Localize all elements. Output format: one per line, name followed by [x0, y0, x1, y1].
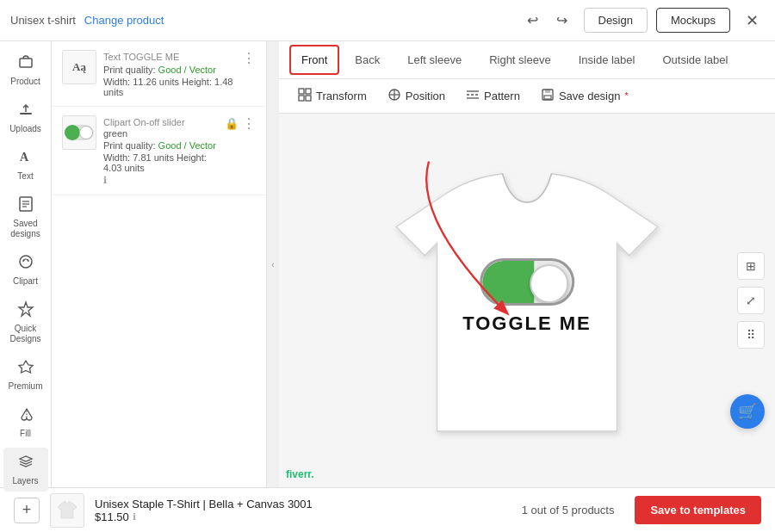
sidebar-item-label-layers: Layers [12, 476, 38, 486]
tool-pattern-button[interactable]: Pattern [457, 84, 529, 108]
layer-quality-1: Print quality: Good / Vector [103, 140, 218, 151]
layer-type-1: Clipart On-off slider [103, 117, 185, 127]
view-tab-inside-label[interactable]: Inside label [567, 45, 648, 75]
svg-rect-14 [306, 96, 311, 101]
add-button[interactable]: + [14, 498, 40, 523]
sidebar-item-label-product: Product [10, 77, 40, 87]
sidebar-item-clipart[interactable]: Clipart [3, 248, 48, 292]
view-tab-back[interactable]: Back [343, 45, 392, 75]
sidebar-item-label-premium: Premium [8, 381, 42, 392]
svg-rect-12 [306, 89, 311, 94]
change-product-link[interactable]: Change product [84, 14, 164, 27]
fullscreen-button[interactable]: ⤢ [737, 287, 765, 314]
product-icon [17, 53, 34, 75]
brand-label[interactable]: Unisex t-shirt [10, 14, 76, 27]
layer-dims-1: Width: 7.81 units Height: 4.03 units [103, 152, 218, 173]
svg-text:A: A [20, 151, 29, 164]
sidebar-item-fill[interactable]: Fill [3, 400, 48, 444]
layer-type-0: Text TOGGLE ME [103, 52, 179, 62]
sidebar-item-premium[interactable]: Premium [3, 353, 48, 397]
layer-thumb-1 [62, 115, 96, 150]
price-info-icon[interactable]: ℹ [133, 511, 136, 523]
canvas-right-icons: ⊞ ⤢ ⠿ [737, 252, 765, 349]
sidebar-item-saved-designs[interactable]: Saved designs [3, 190, 48, 244]
more-options-icon[interactable]: ⋮ [242, 115, 256, 132]
view-tab-right-sleeve[interactable]: Right sleeve [477, 45, 563, 75]
lock-icon[interactable]: 🔒 [225, 117, 239, 130]
layers-panel: AąText TOGGLE MEPrint quality: Good / Ve… [52, 41, 267, 487]
svg-rect-23 [544, 96, 551, 99]
layer-info-1: Clipart On-off slidergreenPrint quality:… [103, 115, 218, 186]
sidebar-item-text[interactable]: AText [3, 143, 48, 187]
svg-rect-1 [20, 113, 32, 114]
mockups-tab-button[interactable]: Mockups [656, 8, 730, 33]
grid-view-button[interactable]: ⊞ [737, 252, 765, 280]
sidebar-item-quick-designs[interactable]: Quick Designs [3, 295, 48, 350]
dots-grid-button[interactable]: ⠿ [737, 321, 765, 349]
sidebar-item-layers[interactable]: Layers [3, 448, 48, 492]
svg-point-7 [20, 256, 32, 268]
product-thumbnail [50, 493, 84, 528]
close-button[interactable]: ✕ [739, 8, 765, 34]
tool-save-design-button[interactable]: Save design* [532, 84, 636, 108]
redo-button[interactable]: ↪ [549, 8, 575, 34]
text-icon: A [17, 148, 34, 170]
layer-action-icons-1: 🔒⋮ [225, 115, 256, 132]
layers-icon [17, 453, 34, 474]
canvas-area: FrontBackLeft sleeveRight sleeveInside l… [279, 41, 775, 487]
position-icon [388, 88, 401, 104]
fiverr-badge: fiverr. [286, 468, 314, 480]
tool-position-button[interactable]: Position [379, 84, 454, 108]
tool-save-design-label: Save design [559, 90, 621, 102]
sidebar-item-uploads[interactable]: Uploads [3, 96, 48, 139]
view-tab-bar: FrontBackLeft sleeveRight sleeveInside l… [279, 41, 775, 79]
save-design-icon [541, 88, 555, 104]
design-tab-button[interactable]: Design [584, 8, 648, 33]
svg-point-8 [22, 260, 24, 262]
tshirt-preview: TOGGLE ME [372, 137, 682, 464]
tool-bar: TransformPositionPatternSave design* [279, 79, 775, 114]
layer-thumb-0: Aą [62, 50, 96, 84]
undo-redo-group: ↩ ↪ [520, 8, 575, 34]
toggle-switch-graphic [480, 258, 574, 306]
layer-info-icon-1: ℹ [103, 175, 218, 186]
layer-item-1[interactable]: Clipart On-off slidergreenPrint quality:… [52, 107, 266, 195]
sidebar-item-label-uploads: Uploads [9, 124, 41, 134]
product-name: Unisex Staple T-Shirt | Bella + Canvas 3… [95, 498, 512, 510]
layer-quality-0: Print quality: Good / Vector [103, 65, 235, 75]
svg-rect-13 [299, 96, 304, 101]
view-tab-left-sleeve[interactable]: Left sleeve [395, 45, 474, 75]
view-tab-front[interactable]: Front [289, 45, 339, 75]
layer-item-0[interactable]: AąText TOGGLE MEPrint quality: Good / Ve… [52, 41, 266, 107]
undo-button[interactable]: ↩ [520, 8, 546, 34]
saved-designs-icon [17, 195, 34, 217]
top-bar: Unisex t-shirt Change product ↩ ↪ Design… [0, 0, 775, 41]
tool-transform-button[interactable]: Transform [289, 84, 375, 108]
tool-position-label: Position [406, 90, 445, 102]
pattern-icon [466, 88, 480, 104]
toggle-track-on [482, 261, 534, 303]
toggle-text-graphic: TOGGLE ME [462, 312, 592, 335]
view-tab-outside-label[interactable]: Outside label [650, 45, 740, 75]
clipart-icon [17, 253, 34, 275]
sidebar: ProductUploadsATextSaved designsClipartQ… [0, 41, 52, 487]
sidebar-item-product[interactable]: Product [3, 48, 48, 92]
product-count: 1 out of 5 products [522, 504, 615, 517]
sidebar-item-label-clipart: Clipart [13, 276, 38, 287]
transform-icon [298, 88, 312, 104]
sidebar-item-label-saved-designs: Saved designs [7, 219, 45, 239]
tool-transform-label: Transform [316, 90, 367, 102]
sidebar-item-label-text: Text [17, 171, 33, 182]
floating-cart-button[interactable]: 🛒 [730, 394, 765, 429]
save-design-asterisk: * [624, 91, 628, 101]
premium-icon [17, 358, 34, 380]
more-options-icon[interactable]: ⋮ [242, 50, 256, 66]
layer-sub-1: green [103, 128, 218, 139]
tool-pattern-label: Pattern [484, 90, 520, 102]
sidebar-item-label-quick-designs: Quick Designs [7, 324, 45, 344]
sidebar-item-label-fill: Fill [20, 429, 31, 439]
toggle-knob [530, 264, 568, 303]
collapse-panel-button[interactable]: ‹ [267, 41, 279, 487]
save-to-templates-button[interactable]: Save to templates [635, 496, 761, 524]
quick-designs-icon [17, 300, 34, 322]
